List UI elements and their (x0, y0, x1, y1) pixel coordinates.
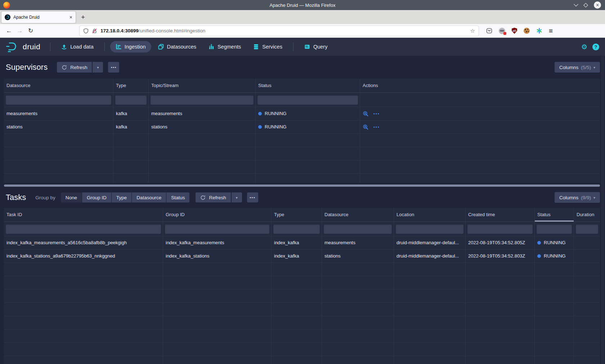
forward-button[interactable]: → (14, 27, 25, 35)
tasks-filter-row (4, 222, 600, 236)
columns-label: Columns (559, 65, 578, 70)
nav-item-services[interactable]: Services (248, 41, 288, 53)
type-filter-input[interactable] (273, 224, 320, 234)
task-row[interactable]: index_kafka_measurements_a5616c5ba8afb8b… (4, 236, 600, 250)
reload-button[interactable]: ↻ (25, 27, 36, 35)
col-header-datasource[interactable]: Datasource (4, 79, 113, 92)
nav-item-datasources[interactable]: Datasources (153, 41, 202, 53)
empty-row (4, 329, 600, 343)
chevron-down-icon: ▾ (97, 65, 99, 69)
tracking-shield-icon[interactable] (83, 28, 89, 34)
empty-row (4, 290, 600, 303)
inspect-magnifier-icon[interactable] (363, 124, 369, 130)
nav-divider (50, 42, 50, 51)
cell-actions: ••• (360, 120, 600, 133)
minimize-window-icon[interactable] (574, 2, 578, 6)
privacy-extension-icon[interactable] (499, 28, 505, 34)
row-actions-more-icon[interactable]: ••• (373, 107, 380, 120)
vertical-scrollbar[interactable] (601, 56, 604, 364)
tasks-refresh-button[interactable]: Refresh (196, 192, 230, 203)
type-filter-input[interactable] (115, 95, 147, 105)
col-header-type[interactable]: Type (113, 79, 149, 92)
tasks-refresh-dropdown[interactable]: ▾ (232, 192, 242, 203)
browser-toolbar: ← → ↻ 172.18.0.4:30899/unified-console.h… (0, 24, 605, 38)
supervisor-row[interactable]: stations kafka stations RUNNING ••• (4, 120, 600, 134)
col-header-duration[interactable]: Duration (574, 208, 600, 222)
col-header-group-id[interactable]: Group ID (163, 208, 272, 222)
scrollbar-thumb[interactable] (4, 185, 600, 187)
supervisors-more-button[interactable]: ••• (108, 62, 119, 73)
tasks-header: Tasks Group by None Group ID Type Dataso… (0, 187, 605, 208)
group-by-group-id-button[interactable]: Group ID (82, 192, 111, 203)
container-asterisk-icon[interactable] (536, 28, 542, 34)
supervisors-columns-button[interactable]: Columns (5/5) ▾ (555, 62, 600, 73)
datasource-filter-input[interactable] (324, 224, 392, 234)
group-id-filter-input[interactable] (165, 224, 269, 234)
tab-close-icon[interactable]: × (70, 14, 72, 20)
col-header-status[interactable]: Status (256, 79, 360, 92)
insecure-lock-icon[interactable] (92, 28, 97, 34)
cell-task-id: index_kafka_measurements_a5616c5ba8afb8b… (4, 236, 163, 249)
supervisors-refresh-dropdown[interactable]: ▾ (93, 62, 103, 73)
group-by-status-button[interactable]: Status (166, 192, 189, 203)
empty-row (4, 174, 600, 183)
supervisor-row[interactable]: measurements kafka measurements RUNNING … (4, 107, 600, 120)
pocket-icon[interactable] (486, 28, 492, 34)
group-by-type-button[interactable]: Type (112, 192, 131, 203)
browser-tab[interactable]: Apache Druid × (1, 12, 76, 23)
tasks-title: Tasks (6, 193, 26, 202)
location-filter-input[interactable] (396, 224, 463, 234)
group-by-datasource-button[interactable]: Datasource (132, 192, 166, 203)
task-row[interactable]: index_kafka_stations_a9a679b22795b63_nnk… (4, 250, 600, 263)
back-button[interactable]: ← (4, 27, 14, 35)
col-header-created-time[interactable]: Created time (466, 208, 535, 222)
cell-status: RUNNING (535, 250, 574, 263)
created-time-filter-input[interactable] (467, 224, 533, 234)
nav-item-ingestion[interactable]: Ingestion (110, 41, 151, 53)
col-header-type[interactable]: Type (272, 208, 322, 222)
col-header-task-id[interactable]: Task ID (4, 208, 163, 222)
cookie-extension-icon[interactable] (524, 28, 530, 34)
url-text[interactable]: 172.18.0.4:30899/unified-console.html#in… (100, 28, 467, 33)
group-by-none-button[interactable]: None (61, 192, 82, 203)
tasks-columns-button[interactable]: Columns (9/9) ▾ (555, 192, 600, 203)
tasks-table-header: Task ID Group ID Type Datasource Locatio… (4, 208, 600, 222)
task-id-filter-input[interactable] (6, 224, 161, 234)
running-dot-icon (258, 112, 262, 115)
tasks-more-button[interactable]: ••• (247, 192, 258, 203)
status-filter-input[interactable] (257, 95, 358, 105)
url-bar[interactable]: 172.18.0.4:30899/unified-console.html#in… (79, 26, 479, 36)
empty-row (4, 356, 600, 364)
bookmark-star-icon[interactable]: ☆ (470, 28, 475, 34)
nav-item-segments[interactable]: Segments (203, 41, 246, 53)
stacked-panels-icon (158, 44, 164, 50)
inspect-magnifier-icon[interactable] (363, 111, 369, 117)
ublock-origin-icon[interactable]: uO (512, 28, 517, 34)
ellipsis-icon: ••• (111, 65, 117, 69)
nav-item-label: Load data (70, 44, 94, 50)
refresh-icon (200, 195, 206, 200)
col-header-location[interactable]: Location (394, 208, 466, 222)
duration-filter-input[interactable] (576, 224, 598, 234)
cell-status: RUNNING (535, 236, 574, 249)
col-header-datasource[interactable]: Datasource (322, 208, 394, 222)
nav-item-query[interactable]: Query (299, 41, 333, 53)
col-header-status-sorted[interactable]: Status (535, 208, 574, 222)
row-actions-more-icon[interactable]: ••• (373, 120, 380, 133)
hamburger-menu-icon[interactable]: ≡ (549, 27, 553, 35)
refresh-icon (62, 65, 67, 70)
new-tab-button[interactable]: + (81, 13, 85, 21)
settings-gear-icon[interactable]: ⚙ (581, 43, 587, 51)
druid-logo[interactable]: druid (6, 41, 40, 52)
nav-item-load-data[interactable]: Load data (56, 41, 99, 53)
topic-filter-input[interactable] (151, 95, 254, 105)
supervisors-refresh-button[interactable]: Refresh (57, 62, 92, 73)
druid-console: druid Load data Ingestion Datasources Se… (0, 38, 605, 364)
restore-window-icon[interactable] (583, 3, 588, 8)
help-icon[interactable]: ? (592, 44, 599, 50)
col-header-topic-stream[interactable]: Topic/Stream (149, 79, 256, 92)
refresh-label: Refresh (70, 65, 87, 70)
status-filter-input[interactable] (537, 224, 572, 234)
close-window-icon[interactable]: × (594, 1, 601, 9)
datasource-filter-input[interactable] (6, 95, 111, 105)
